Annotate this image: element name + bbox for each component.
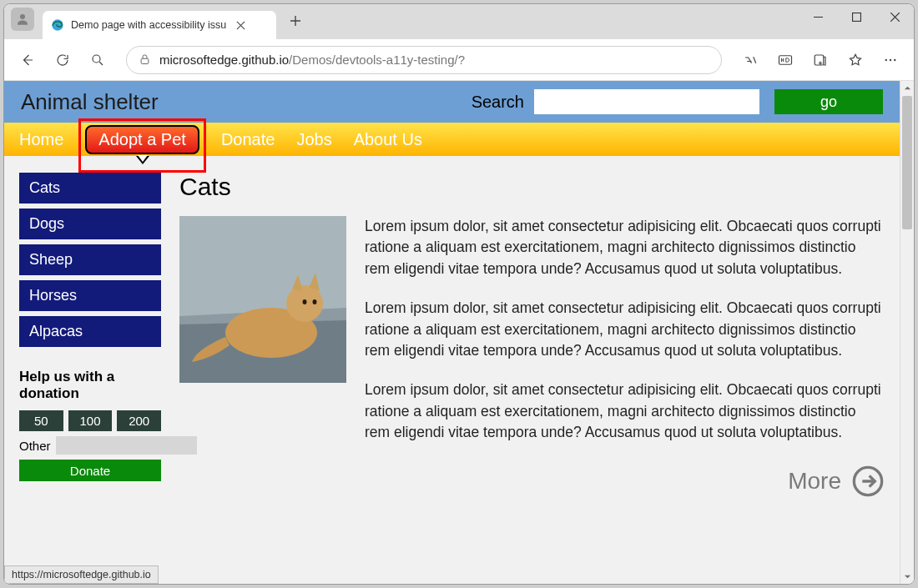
more-menu-button[interactable] — [875, 45, 905, 75]
address-bar[interactable]: microsoftedge.github.io/Demos/devtools-a… — [126, 46, 722, 74]
svg-rect-4 — [141, 58, 149, 63]
scroll-up-arrow-icon[interactable] — [900, 81, 914, 95]
go-button[interactable]: go — [774, 89, 883, 114]
nav-adopt-a-pet[interactable]: Adopt a Pet — [85, 125, 199, 154]
svg-point-17 — [303, 299, 307, 304]
page-content: CatsDogsSheepHorsesAlpacas Help us with … — [4, 156, 900, 515]
sidebar-item-alpacas[interactable]: Alpacas — [19, 316, 161, 347]
window-controls — [799, 4, 914, 31]
viewport: Animal shelter Search go HomeAdopt a Pet… — [4, 81, 914, 584]
vertical-scrollbar[interactable] — [900, 81, 914, 584]
sidebar: CatsDogsSheepHorsesAlpacas Help us with … — [19, 173, 161, 498]
cat-image — [179, 216, 346, 383]
svg-point-18 — [313, 299, 317, 304]
titlebar: Demo page with accessibility issu — [4, 4, 914, 39]
new-tab-button[interactable] — [283, 8, 308, 33]
donate-button[interactable]: Donate — [19, 460, 161, 481]
amount-50[interactable]: 50 — [19, 410, 63, 431]
sidebar-item-dogs[interactable]: Dogs — [19, 209, 161, 239]
paragraph: Lorem ipsum dolor, sit amet consectetur … — [365, 216, 885, 279]
main-section: Cats — [179, 173, 885, 498]
search-button[interactable] — [83, 45, 113, 75]
main-nav: HomeAdopt a PetDonateJobsAbout Us — [4, 123, 900, 156]
browser-window: Demo page with accessibility issu mi — [3, 3, 915, 585]
donation-title: Help us with a donation — [19, 369, 161, 402]
amount-100[interactable]: 100 — [68, 410, 113, 431]
paragraphs: Lorem ipsum dolor, sit amet consectetur … — [365, 216, 885, 461]
tab-close-button[interactable] — [233, 18, 248, 33]
browser-toolbar: microsoftedge.github.io/Demos/devtools-a… — [4, 39, 914, 81]
svg-point-9 — [894, 58, 895, 60]
article: Lorem ipsum dolor, sit amet consectetur … — [179, 216, 885, 461]
refresh-button[interactable] — [48, 45, 78, 75]
paragraph: Lorem ipsum dolor, sit amet consectetur … — [365, 298, 885, 361]
other-label: Other — [19, 439, 51, 453]
other-amount-input[interactable] — [56, 436, 197, 455]
window-maximize-button[interactable] — [837, 4, 875, 29]
donation-amounts: 50100200 — [19, 410, 161, 431]
profile-button[interactable] — [11, 8, 34, 31]
animal-list: CatsDogsSheepHorsesAlpacas — [19, 173, 161, 347]
scroll-down-arrow-icon[interactable] — [900, 570, 914, 584]
hd-icon[interactable] — [770, 45, 800, 75]
search-label: Search — [472, 93, 524, 112]
site-brand: Animal shelter — [21, 89, 472, 115]
sidebar-item-cats[interactable]: Cats — [19, 173, 161, 204]
svg-rect-5 — [779, 55, 792, 64]
back-button[interactable] — [13, 45, 43, 75]
svg-point-8 — [890, 58, 891, 60]
svg-rect-2 — [852, 13, 860, 21]
page-heading: Cats — [179, 173, 885, 201]
more-link[interactable]: More — [179, 465, 885, 498]
nav-home[interactable]: Home — [19, 130, 63, 149]
window-close-button[interactable] — [875, 4, 914, 29]
collections-button[interactable] — [805, 45, 835, 75]
sidebar-item-horses[interactable]: Horses — [19, 280, 161, 311]
sidebar-item-sheep[interactable]: Sheep — [19, 244, 161, 275]
svg-point-7 — [885, 58, 887, 60]
search-input[interactable] — [534, 89, 759, 114]
svg-point-3 — [93, 55, 100, 63]
page-body: Animal shelter Search go HomeAdopt a Pet… — [4, 81, 900, 584]
site-header: Animal shelter Search go — [4, 81, 900, 123]
url-text: microsoftedge.github.io/Demos/devtools-a… — [159, 53, 465, 67]
edge-favicon-icon — [51, 18, 64, 32]
nav-jobs[interactable]: Jobs — [296, 130, 331, 149]
amount-200[interactable]: 200 — [117, 410, 161, 431]
svg-point-0 — [20, 14, 25, 19]
tab-title: Demo page with accessibility issu — [71, 19, 226, 31]
site-lock-icon — [139, 53, 151, 66]
browser-tab[interactable]: Demo page with accessibility issu — [43, 11, 276, 39]
more-label: More — [788, 468, 841, 495]
arrow-right-circle-icon — [851, 465, 885, 498]
window-minimize-button[interactable] — [799, 4, 837, 29]
donation-box: Help us with a donation 50100200 Other D… — [19, 369, 161, 481]
read-aloud-button[interactable] — [735, 45, 765, 75]
favorites-button[interactable] — [840, 45, 870, 75]
nav-donate[interactable]: Donate — [221, 130, 275, 149]
nav-about-us[interactable]: About Us — [354, 130, 422, 149]
status-bar: https://microsoftedge.github.io — [4, 565, 159, 584]
scroll-thumb[interactable] — [902, 96, 912, 229]
paragraph: Lorem ipsum dolor, sit amet consectetur … — [365, 379, 885, 443]
